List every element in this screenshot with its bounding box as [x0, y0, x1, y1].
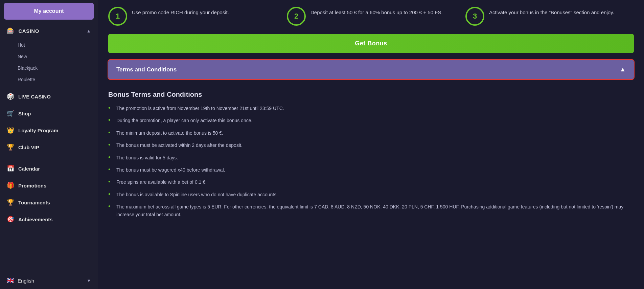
terms-list-item: The bonus is available to Spinline users… — [108, 191, 634, 198]
main-content: 1 Use promo code RICH during your deposi… — [98, 0, 644, 289]
live-casino-icon: 🎲 — [7, 93, 14, 100]
sidebar-divider-2 — [5, 230, 92, 230]
casino-label: CASINO — [19, 28, 39, 34]
sidebar-item-live-casino[interactable]: 🎲 LIVE CASINO — [0, 88, 98, 105]
sidebar-item-new[interactable]: New — [0, 51, 98, 62]
terms-list-item: The bonus must be wagered x40 before wit… — [108, 166, 634, 174]
language-selector[interactable]: 🇬🇧 English ▼ — [0, 272, 98, 289]
live-casino-label: LIVE CASINO — [18, 94, 51, 99]
sidebar-item-loyalty[interactable]: 👑 Loyalty Program — [0, 122, 98, 139]
casino-section: 🎰 CASINO ▲ Hot New Blackjack Roulette — [0, 22, 98, 88]
step-1: 1 Use promo code RICH during your deposi… — [108, 7, 277, 26]
shop-icon: 🛒 — [7, 110, 14, 117]
bonus-terms-heading: Bonus Terms and Conditions — [108, 91, 634, 98]
shop-label: Shop — [18, 111, 31, 116]
tournaments-label: Tournaments — [18, 200, 50, 205]
steps-row: 1 Use promo code RICH during your deposi… — [108, 7, 634, 26]
casino-icon: 🎰 — [7, 27, 15, 35]
step-1-number: 1 — [108, 7, 127, 26]
terms-list-item: The minimum deposit to activate the bonu… — [108, 129, 634, 137]
flag-icon: 🇬🇧 — [7, 277, 14, 284]
terms-list-item: The maximum bet across all game types is… — [108, 203, 634, 218]
sidebar-item-casino[interactable]: 🎰 CASINO ▲ — [0, 22, 98, 39]
sidebar-item-club-vip[interactable]: 🏆 Club VIP — [0, 139, 98, 156]
terms-chevron-icon: ▲ — [620, 66, 626, 73]
step-3-text: Activate your bonus in the "Bonuses" sec… — [489, 7, 614, 17]
my-account-button[interactable]: My account — [4, 3, 94, 20]
terms-list-item: Free spins are available with a bet of 0… — [108, 178, 634, 186]
loyalty-label: Loyalty Program — [18, 128, 58, 133]
language-label: English — [18, 278, 34, 284]
sidebar-item-shop[interactable]: 🛒 Shop — [0, 105, 98, 122]
sidebar-item-promotions[interactable]: 🎁 Promotions — [0, 177, 98, 194]
terms-accordion: Terms and Conditions ▲ — [108, 60, 634, 79]
terms-title: Terms and Conditions — [116, 66, 177, 73]
step-1-text: Use promo code RICH during your deposit. — [132, 7, 229, 17]
loyalty-icon: 👑 — [7, 127, 14, 134]
bonus-terms-content: Bonus Terms and Conditions The promotion… — [108, 87, 634, 230]
calendar-label: Calendar — [18, 166, 40, 172]
sidebar-divider-1 — [5, 158, 92, 158]
sidebar-item-calendar[interactable]: 📅 Calendar — [0, 160, 98, 177]
bonus-terms-list: The promotion is active from November 19… — [108, 105, 634, 218]
vip-label: Club VIP — [18, 144, 39, 150]
sidebar-item-tournaments[interactable]: 🏆 Tournaments — [0, 194, 98, 211]
terms-header[interactable]: Terms and Conditions ▲ — [108, 60, 634, 79]
vip-icon: 🏆 — [7, 143, 14, 151]
sidebar: My account 🎰 CASINO ▲ Hot New Blackjack … — [0, 0, 98, 289]
language-chevron-icon: ▼ — [87, 278, 91, 283]
sidebar-item-hot[interactable]: Hot — [0, 39, 98, 51]
promotions-icon: 🎁 — [7, 182, 14, 189]
promotions-label: Promotions — [18, 183, 46, 188]
step-2-text: Deposit at least 50 € for a 60% bonus up… — [310, 7, 443, 17]
sidebar-item-achievements[interactable]: 🎯 Achievements — [0, 211, 98, 228]
sidebar-item-blackjack[interactable]: Blackjack — [0, 62, 98, 74]
achievements-icon: 🎯 — [7, 216, 14, 223]
chevron-up-icon: ▲ — [87, 28, 91, 34]
step-2-number: 2 — [287, 7, 306, 26]
step-2: 2 Deposit at least 50 € for a 60% bonus … — [287, 7, 455, 26]
step-3-number: 3 — [465, 7, 484, 26]
terms-list-item: During the promotion, a player can only … — [108, 117, 634, 124]
tournaments-icon: 🏆 — [7, 199, 14, 206]
terms-list-item: The bonus is valid for 5 days. — [108, 154, 634, 161]
calendar-icon: 📅 — [7, 165, 14, 172]
achievements-label: Achievements — [18, 217, 53, 222]
terms-list-item: The promotion is active from November 19… — [108, 105, 634, 112]
step-3: 3 Activate your bonus in the "Bonuses" s… — [465, 7, 634, 26]
terms-list-item: The bonus must be activated within 2 day… — [108, 141, 634, 149]
get-bonus-button[interactable]: Get Bonus — [108, 34, 634, 53]
sidebar-item-roulette[interactable]: Roulette — [0, 74, 98, 85]
